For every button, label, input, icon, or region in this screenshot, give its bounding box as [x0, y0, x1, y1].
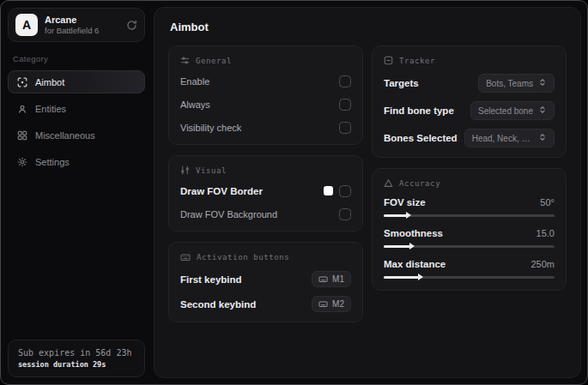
crosshair-icon [17, 77, 27, 87]
refresh-icon[interactable] [126, 20, 137, 31]
draw-fov-background-checkbox[interactable] [339, 208, 351, 220]
setting-label: Always [180, 99, 210, 110]
accuracy-card: Accuracy FOV size 50° [372, 168, 567, 291]
sidebar-item-label: Aimbot [35, 77, 64, 87]
square-minus-icon [384, 56, 393, 65]
visibility-check-checkbox[interactable] [339, 122, 351, 134]
draw-fov-border-checkbox[interactable] [339, 185, 351, 197]
app-avatar: A [15, 14, 38, 36]
setting-label: Draw FOV Background [180, 209, 277, 220]
fov-size-slider[interactable] [384, 212, 555, 219]
sidebar-item-label: Settings [35, 157, 70, 167]
sidebar-nav: Aimbot Entities Miscellaneous [8, 70, 145, 173]
setting-label: Smoothness [384, 228, 443, 238]
targets-dropdown[interactable]: Bots, Teams [478, 74, 555, 93]
setting-label: Visibility check [180, 123, 241, 133]
main-area: Aimbot General [152, 1, 587, 384]
app-subtitle: for Battlefield 6 [45, 26, 119, 36]
dropdown-value: Head, Neck, Body, Pe... [472, 134, 533, 143]
enable-checkbox[interactable] [339, 75, 351, 87]
slider-thumb[interactable] [409, 243, 415, 250]
setting-label: Find bone type [384, 105, 454, 116]
main-panel: Aimbot General [154, 7, 581, 378]
unfold-icon [538, 105, 547, 116]
sidebar-item-settings[interactable]: Settings [8, 150, 145, 173]
app-logo-card: A Arcane for Battlefield 6 [8, 8, 145, 42]
slider-fill [384, 245, 411, 248]
setting-row-draw-fov-border: Draw FOV Border [180, 183, 351, 198]
sidebar-item-entities[interactable]: Entities [8, 97, 145, 120]
unfold-icon [538, 133, 547, 143]
visual-title: Visual [196, 166, 227, 175]
setting-label: Bones Selected [384, 133, 458, 143]
setting-label: First keybind [180, 274, 242, 285]
subscription-expiry: Sub expires in 56d 23h [18, 347, 135, 359]
setting-label: Enable [180, 76, 209, 87]
keybind-value: M1 [332, 274, 344, 284]
keyboard-icon [180, 252, 191, 262]
activation-card: Activation buttons First keybind M1 [168, 242, 363, 322]
slider-thumb[interactable] [418, 274, 423, 280]
sidebar-item-miscellaneous[interactable]: Miscellaneous [8, 123, 145, 147]
setting-row-second-keybind: Second keybind M2 [180, 296, 351, 312]
right-column: Tracker Targets Bots, Teams [372, 45, 567, 291]
setting-label: FOV size [384, 197, 426, 208]
sidebar-item-aimbot[interactable]: Aimbot [8, 70, 145, 93]
smoothness-slider[interactable] [384, 243, 555, 250]
max-distance-slider[interactable] [384, 274, 555, 280]
gear-icon [17, 157, 27, 167]
sidebar: A Arcane for Battlefield 6 Category [1, 1, 152, 384]
sliders-vertical-icon [180, 165, 190, 175]
tracker-card: Tracker Targets Bots, Teams [372, 45, 567, 158]
slider-value: 250m [530, 259, 555, 269]
setting-label: Max distance [384, 259, 446, 269]
keyboard-icon [318, 299, 328, 309]
dropdown-value: Bots, Teams [486, 79, 533, 88]
sidebar-item-label: Entities [35, 104, 66, 114]
slider-thumb[interactable] [406, 212, 411, 219]
accuracy-title: Accuracy [399, 179, 440, 188]
tracker-title: Tracker [399, 57, 435, 65]
keyboard-icon [318, 274, 328, 284]
grid-icon [17, 130, 27, 141]
app-title: Arcane [45, 15, 119, 26]
setting-label: Second keybind [180, 299, 256, 310]
bones-selected-dropdown[interactable]: Head, Neck, Body, Pe... [464, 129, 555, 147]
setting-row-bones-selected: Bones Selected Head, Neck, Body, Pe... [384, 129, 555, 147]
page-title: Aimbot [170, 21, 567, 33]
general-title: General [196, 57, 232, 65]
second-keybind-button[interactable]: M2 [312, 296, 351, 312]
slider-value: 50° [540, 197, 555, 208]
activation-title: Activation buttons [197, 253, 289, 262]
setting-row-draw-fov-background: Draw FOV Background [180, 207, 351, 221]
sidebar-spacer [8, 173, 145, 340]
session-duration: session duration 29s [18, 359, 135, 370]
category-label: Category [13, 54, 140, 63]
sliders-icon [180, 56, 190, 65]
find-bone-type-dropdown[interactable]: Selected bone [470, 101, 555, 120]
always-checkbox[interactable] [339, 99, 351, 111]
setting-row-always: Always [180, 97, 351, 111]
setting-row-enable: Enable [180, 74, 351, 88]
setting-row-targets: Targets Bots, Teams [384, 74, 555, 93]
general-card: General Enable Always Visibility check [168, 45, 363, 145]
app-window: A Arcane for Battlefield 6 Category [0, 0, 588, 385]
slider-fill [384, 276, 420, 279]
left-column: General Enable Always Visibility check [168, 45, 363, 322]
slider-fill [384, 214, 408, 217]
sidebar-item-label: Miscellaneous [35, 130, 95, 141]
dropdown-value: Selected bone [478, 106, 533, 116]
visual-card: Visual Draw FOV Border Draw FOV Backgrou… [168, 155, 363, 232]
fov-border-color-swatch[interactable] [324, 186, 333, 196]
subscription-card: Sub expires in 56d 23h session duration … [8, 340, 145, 377]
app-titles: Arcane for Battlefield 6 [45, 15, 119, 36]
keybind-value: M2 [332, 299, 344, 309]
setting-row-visibility-check: Visibility check [180, 120, 351, 135]
setting-row-max-distance: Max distance 250m [384, 259, 555, 280]
person-scan-icon [17, 104, 27, 114]
slider-value: 15.0 [536, 228, 555, 238]
triangle-icon [384, 178, 393, 188]
setting-row-smoothness: Smoothness 15.0 [384, 228, 555, 250]
first-keybind-button[interactable]: M1 [312, 271, 351, 287]
setting-label: Targets [384, 78, 419, 88]
